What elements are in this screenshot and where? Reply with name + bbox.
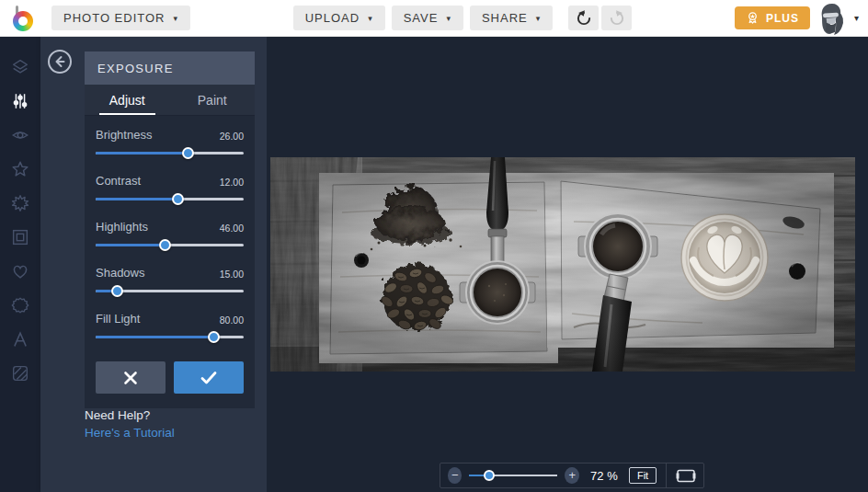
slider-track[interactable] [96,146,244,159]
share-button[interactable]: SHARE ▾ [470,6,553,30]
slider-fill [96,244,166,246]
slider-label: Brightness [96,128,152,142]
check-icon [200,370,218,386]
slider-track[interactable] [96,238,244,251]
star-icon [10,159,30,179]
photo-editor-app: PHOTO EDITOR ▾ UPLOAD ▾ SAVE ▾ SHARE ▾ [0,0,868,492]
sidebar-item-frames[interactable] [0,220,40,254]
user-avatar[interactable] [817,3,848,36]
slider-label: Fill Light [96,312,140,326]
slider-thumb[interactable] [182,147,194,159]
plus-icon: + [568,468,576,483]
cancel-button[interactable] [96,361,166,394]
photo-editor-menu-button[interactable]: PHOTO EDITOR ▾ [51,6,190,30]
touchup-eye-icon [10,125,30,145]
slider-fill [96,198,178,200]
sidebar-item-touchup[interactable] [0,118,40,152]
slider-thumb[interactable] [111,285,123,297]
slider-track[interactable] [96,192,244,205]
slider: Highlights 46.00 [96,220,244,251]
slider-label: Contrast [96,174,141,188]
slider-fill [96,152,188,154]
slider-label: Highlights [96,220,148,234]
minus-icon: − [451,468,459,483]
sidebar-item-layers[interactable] [0,50,40,84]
adjust-sliders-icon [10,91,30,111]
panel-content: Brightness 26.00 Contrast 12.00 Highligh… [85,116,255,408]
fullscreen-icon [676,469,696,483]
topbar: PHOTO EDITOR ▾ UPLOAD ▾ SAVE ▾ SHARE ▾ [0,0,868,37]
photo-editor-label: PHOTO EDITOR [63,11,165,25]
befunky-logo-icon[interactable] [13,6,37,31]
frames-icon [10,227,30,247]
slider-value: 26.00 [220,131,244,142]
fullscreen-button[interactable] [676,469,696,483]
tab-paint[interactable]: Paint [170,85,256,115]
tutorial-link[interactable]: Here's a Tutorial [85,426,175,440]
slider-thumb[interactable] [208,331,220,343]
exposure-panel: EXPOSURE Adjust Paint Brightness 26.00 C… [40,37,267,492]
slider-thumb[interactable] [172,193,184,205]
sidebar-item-graphics[interactable] [0,288,40,322]
zoom-level-value: 72 % [587,469,622,483]
account-area: PLUS ▾ [735,1,859,36]
slider-thumb[interactable] [159,239,171,251]
slider-label: Shadows [96,266,144,280]
textures-icon [10,363,30,383]
undo-icon [576,10,592,27]
seal-icon [10,295,30,315]
chevron-down-icon: ▾ [368,14,373,23]
zoom-slider-thumb[interactable] [484,470,495,481]
chevron-down-icon: ▾ [536,14,542,23]
slider-value: 80.00 [220,315,244,326]
canvas-image[interactable] [270,157,855,372]
canvas-area: − + 72 % Fit [267,37,868,492]
zoom-in-button[interactable]: + [565,467,578,484]
slider: Fill Light 80.00 [96,312,244,343]
heart-icon [10,261,30,281]
slider: Shadows 15.00 [96,266,244,297]
panel-tabs: Adjust Paint [85,85,255,116]
plus-upgrade-button[interactable]: PLUS [735,6,810,29]
burst-icon [10,193,30,213]
close-icon [122,370,139,386]
sidebar-item-overlays[interactable] [0,254,40,288]
help-section: Need Help? Here's a Tutorial [85,408,175,440]
layers-icon [10,57,30,77]
apply-button[interactable] [174,361,244,394]
save-button[interactable]: SAVE ▾ [392,6,463,30]
sliders-group: Brightness 26.00 Contrast 12.00 Highligh… [96,128,244,343]
slider-value: 46.00 [220,223,244,234]
slider: Contrast 12.00 [96,174,244,205]
sidebar-item-artsy[interactable] [0,186,40,220]
fit-button[interactable]: Fit [629,467,657,484]
exposure-panel-column: EXPOSURE Adjust Paint Brightness 26.00 C… [85,51,255,408]
zoom-slider[interactable] [469,469,557,482]
account-caret-icon[interactable]: ▾ [854,13,859,23]
undo-button[interactable] [568,6,599,30]
upload-button[interactable]: UPLOAD ▾ [293,6,385,30]
chevron-down-icon: ▾ [173,14,178,23]
slider-value: 15.00 [220,269,244,280]
sidebar-item-text[interactable] [0,322,40,356]
slider-value: 12.00 [220,177,244,188]
slider-fill [96,336,214,338]
redo-button[interactable] [601,6,632,30]
redo-icon [609,10,625,27]
tool-sidebar [0,37,40,492]
slider-track[interactable] [96,330,244,343]
divider [666,463,667,487]
badge-icon [746,11,760,25]
sidebar-item-adjust[interactable] [0,84,40,118]
back-arrow-icon [47,49,73,74]
back-button[interactable] [47,49,73,74]
chevron-down-icon: ▾ [446,14,451,23]
zoom-out-button[interactable]: − [448,467,462,484]
sidebar-item-effects[interactable] [0,152,40,186]
zoom-toolbar: − + 72 % Fit [440,463,704,488]
slider-track[interactable] [96,284,244,297]
text-icon [10,329,30,349]
tab-adjust[interactable]: Adjust [85,85,170,115]
sidebar-item-textures[interactable] [0,356,40,390]
help-text: Need Help? [85,408,175,422]
